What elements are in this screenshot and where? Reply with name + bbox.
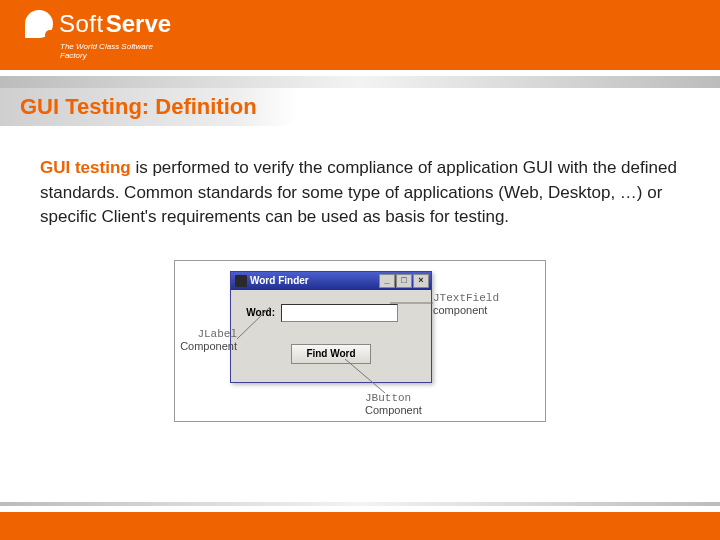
annotation-button: JButton Component [365,391,422,416]
definition-rest: is performed to verify the compliance of… [40,158,677,226]
header-shadow [0,76,720,88]
word-row: Word: [241,304,421,322]
window-icon [235,275,247,287]
brand-name-1: Soft [59,10,104,38]
annotation-textfield-type: JTextField [433,292,499,304]
example-illustration: Word Finder _ □ × Word: Find Word JTextF… [174,260,546,422]
find-word-button[interactable]: Find Word [291,344,371,364]
brand-name-2: Serve [106,10,171,38]
example-window: Word Finder _ □ × Word: Find Word [230,271,432,383]
footer-bar [0,512,720,540]
title-container: GUI Testing: Definition [0,88,720,126]
slide-title: GUI Testing: Definition [0,88,297,126]
window-controls: _ □ × [378,274,429,288]
annotation-textfield: JTextField component [433,291,499,316]
window-body: Word: Find Word [231,290,431,378]
window-titlebar: Word Finder _ □ × [231,272,431,290]
brand-logo: Soft Serve The World Class Software Fact… [25,10,171,38]
maximize-button[interactable]: □ [396,274,412,288]
brand-tagline: The World Class Software Factory [60,42,171,60]
annotation-button-type: JButton [365,392,411,404]
word-label: Word: [241,307,275,318]
brand-icon [25,10,53,38]
close-button[interactable]: × [413,274,429,288]
definition-lead: GUI testing [40,158,131,177]
annotation-label-word: Component [180,340,237,352]
minimize-button[interactable]: _ [379,274,395,288]
annotation-button-word: Component [365,404,422,416]
window-title-text: Word Finder [250,275,309,286]
definition-paragraph: GUI testing is performed to verify the c… [40,156,680,230]
header-bar: Soft Serve The World Class Software Fact… [0,0,720,70]
annotation-label-type: JLabel [197,328,237,340]
annotation-textfield-word: component [433,304,487,316]
annotation-label: JLabel Component [177,327,237,352]
word-input[interactable] [281,304,398,322]
